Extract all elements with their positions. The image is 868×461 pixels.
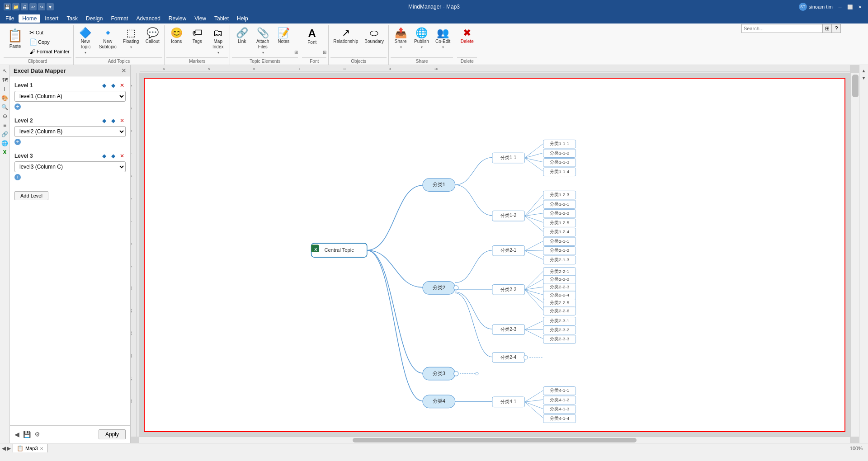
floating-button[interactable]: ⬚ Floating — [120, 26, 142, 51]
tool-link2[interactable]: 🔗 — [1, 130, 9, 138]
notes-button[interactable]: 📝 Notes — [274, 26, 293, 46]
window-buttons[interactable]: ─ ⬜ ✕ — [835, 3, 864, 10]
c2-expand[interactable] — [454, 286, 458, 290]
minimize-btn[interactable]: ─ — [835, 3, 844, 10]
tool-text[interactable]: T — [1, 85, 9, 93]
attach-files-label: AttachFiles — [256, 39, 269, 50]
footer-settings-icon[interactable]: ⚙ — [34, 431, 40, 438]
menu-review[interactable]: Review — [165, 14, 190, 23]
menu-insert[interactable]: Insert — [41, 14, 62, 23]
level-1-select[interactable]: level1 (Column A) level2 (Column B) leve… — [14, 91, 126, 102]
delete-button[interactable]: ✖ Delete — [457, 26, 477, 46]
save-icon[interactable]: 💾 — [4, 3, 11, 10]
publish-button[interactable]: 🌐 Publish — [411, 26, 432, 51]
new-topic-button[interactable]: 🔷 NewTopic — [75, 26, 95, 56]
panel-close-button[interactable]: ✕ — [121, 67, 127, 74]
level-2-add-btn[interactable]: + — [14, 139, 21, 145]
menu-format[interactable]: Format — [107, 14, 132, 23]
level-2-down-btn[interactable]: ◆ — [109, 117, 117, 124]
menu-home[interactable]: Home — [19, 14, 40, 23]
hscrollbar[interactable] — [139, 437, 850, 443]
level-2-up-btn[interactable]: ◆ — [100, 117, 108, 124]
format-painter-button[interactable]: 🖌 Format Painter — [28, 47, 71, 56]
tab-scroll-left[interactable]: ◀ — [2, 445, 6, 452]
tool-search[interactable]: 🔍 — [1, 103, 9, 111]
undo-icon[interactable]: ↩ — [29, 3, 37, 10]
level-3-delete-btn[interactable]: ✕ — [118, 152, 126, 160]
level-1-down-btn[interactable]: ◆ — [109, 82, 117, 89]
relationship-button[interactable]: ↗ Relationship — [330, 26, 361, 46]
icons-button[interactable]: 😊 Icons — [166, 26, 186, 46]
tool-map[interactable]: 🗺 — [1, 76, 9, 84]
vscrollbar[interactable] — [851, 73, 859, 437]
c3-expand[interactable] — [454, 372, 458, 376]
right-tool-1[interactable]: ▲ — [860, 67, 868, 74]
c2-3-2-label: 分类2-3-2 — [550, 327, 569, 332]
restore-btn[interactable]: ⬜ — [845, 3, 854, 10]
right-tool-2[interactable]: ▼ — [860, 74, 868, 81]
tab-map3-close[interactable]: ✕ — [40, 446, 43, 451]
copy-button[interactable]: 📄 Copy — [28, 38, 71, 47]
font-button[interactable]: A Font — [302, 26, 322, 47]
level-3-up-btn[interactable]: ◆ — [100, 152, 108, 160]
cut-button[interactable]: ✂ Cut — [28, 28, 71, 37]
map-canvas[interactable]: Central Topic 分类1 分类1-1 分类1-1-1 — [144, 78, 845, 432]
print-icon[interactable]: 🖨 — [21, 3, 28, 10]
close-btn[interactable]: ✕ — [855, 3, 864, 10]
search-input[interactable] — [741, 24, 823, 33]
topic-elements-content: 🔗 Link 📎 AttachFiles 📝 Notes ⊞ — [232, 25, 298, 57]
tab-map3[interactable]: 📋 Map3 ✕ — [13, 444, 47, 452]
level-3-add-btn[interactable]: + — [14, 174, 21, 180]
tool-globe[interactable]: 🌐 — [1, 139, 9, 147]
tool-style[interactable]: 🎨 — [1, 94, 9, 102]
callout-button[interactable]: 💬 Callout — [142, 26, 162, 46]
menu-design[interactable]: Design — [82, 14, 106, 23]
apply-button[interactable]: Apply — [99, 429, 126, 439]
add-level-button[interactable]: Add Level — [14, 191, 48, 200]
link-button[interactable]: 🔗 Link — [232, 26, 252, 46]
level-3-down-btn[interactable]: ◆ — [109, 152, 117, 160]
level-2-select[interactable]: level1 (Column A) level2 (Column B) leve… — [14, 126, 126, 137]
boundary-button[interactable]: ⬭ Boundary — [362, 26, 387, 46]
font-expand[interactable]: ⊞ — [323, 50, 326, 56]
level-1-delete-btn[interactable]: ✕ — [118, 82, 126, 89]
attach-files-button[interactable]: 📎 AttachFiles — [253, 26, 273, 56]
topic-elements-expand[interactable]: ⊞ — [294, 50, 298, 56]
tab-scroll-right[interactable]: ▶ — [7, 445, 11, 452]
tool-select[interactable]: ↖ — [1, 67, 9, 75]
open-icon[interactable]: 📁 — [12, 3, 19, 10]
footer-prev-icon[interactable]: ◀ — [14, 431, 19, 438]
menu-advanced[interactable]: Advanced — [132, 14, 164, 23]
canvas-bg[interactable]: Central Topic 分类1 分类1-1 分类1-1-1 — [139, 73, 850, 437]
tool-filter[interactable]: ⊙ — [1, 112, 9, 120]
menu-view[interactable]: View — [191, 14, 210, 23]
share-button[interactable]: 📤 Share — [391, 26, 410, 51]
paste-button[interactable]: 📋 Paste — [4, 26, 27, 56]
level-3-select[interactable]: level1 (Column A) level2 (Column B) leve… — [14, 161, 126, 172]
link-c2-3-3 — [525, 329, 543, 339]
tags-button[interactable]: 🏷 Tags — [187, 26, 207, 46]
tool-excel[interactable]: X — [1, 148, 9, 156]
menu-task[interactable]: Task — [63, 14, 81, 23]
map-index-button[interactable]: 🗂 MapIndex — [208, 26, 228, 56]
menu-help[interactable]: Help — [233, 14, 252, 23]
footer-save-icon[interactable]: 💾 — [23, 431, 31, 438]
help-button[interactable]: ? — [832, 24, 841, 33]
level-2-delete-btn[interactable]: ✕ — [118, 117, 126, 124]
layout-toggle[interactable]: ⊞ — [823, 24, 832, 33]
redo-icon[interactable]: ↪ — [38, 3, 45, 10]
vscroll-thumb[interactable] — [852, 75, 859, 97]
tool-list[interactable]: ≡ — [1, 121, 9, 129]
co-edit-button[interactable]: 👥 Co-Edit — [433, 26, 453, 51]
c2-4-expand[interactable] — [524, 356, 528, 359]
c1-2-5-label: 分类1-2-5 — [550, 220, 569, 225]
menu-file[interactable]: File — [2, 14, 18, 23]
tab-map3-label: Map3 — [25, 446, 38, 451]
svg-text:2: 2 — [131, 107, 132, 109]
hscroll-thumb[interactable] — [353, 438, 637, 442]
level-1-up-btn[interactable]: ◆ — [100, 82, 108, 89]
menu-tablet[interactable]: Tablet — [211, 14, 232, 23]
level-1-add-btn[interactable]: + — [14, 103, 21, 110]
new-subtopic-button[interactable]: 🔹 NewSubtopic — [96, 26, 119, 52]
customize-icon[interactable]: ▼ — [47, 3, 54, 10]
